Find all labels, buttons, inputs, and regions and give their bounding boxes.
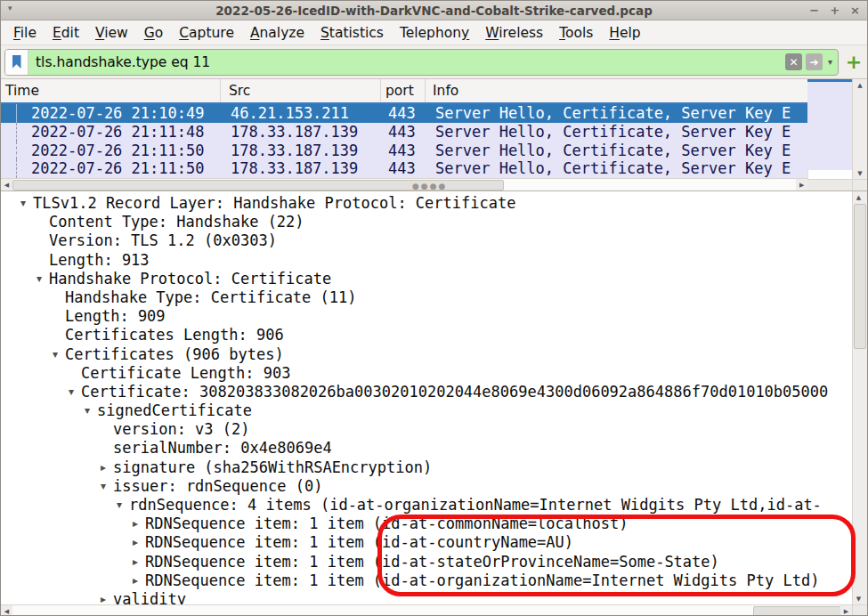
expander-icon[interactable]: ▸ (133, 515, 145, 533)
menu-item-capture[interactable]: Capture (172, 22, 241, 44)
column-header-port[interactable]: port (381, 79, 426, 102)
packet-port: 443 (381, 104, 426, 123)
scroll-up-icon[interactable]: ▲ (853, 191, 864, 203)
tree-line[interactable]: version: v3 (2) (1, 420, 852, 439)
filter-apply-button[interactable]: ➜ (806, 53, 823, 70)
tree-line[interactable]: serialNumber: 0x4e8069e4 (1, 439, 852, 458)
close-button[interactable]: × (850, 1, 860, 20)
menu-item-statistics[interactable]: Statistics (313, 22, 391, 44)
scroll-up-icon[interactable]: ▲ (853, 79, 867, 91)
tree-line[interactable]: Certificate Length: 903 (1, 364, 852, 383)
tree-line[interactable]: ▸ RDNSequence item: 1 item (id-at-common… (1, 515, 852, 533)
expander-icon[interactable] (101, 439, 113, 458)
vscroll-thumb[interactable] (854, 204, 866, 349)
expander-icon[interactable]: ▾ (20, 194, 33, 213)
tree-line[interactable]: ▸ RDNSequence item: 1 item (id-at-organi… (1, 571, 852, 590)
packet-list-hscrollbar[interactable]: ◀ ▶ ●●●● (1, 178, 807, 190)
expander-icon[interactable]: ▾ (101, 477, 113, 496)
menu-item-tools[interactable]: Tools (552, 22, 600, 44)
expander-icon[interactable]: ▾ (53, 345, 65, 364)
menu-item-edit[interactable]: Edit (45, 22, 86, 44)
expander-icon[interactable]: ▸ (133, 571, 145, 590)
tree-line[interactable]: ▸ RDNSequence item: 1 item (id-at-countr… (1, 533, 852, 552)
menu-item-analyze[interactable]: Analyze (243, 22, 312, 44)
tree-line[interactable]: ▾ Handshake Protocol: Certificate (1, 270, 852, 288)
minimap-packet-colors (807, 82, 852, 170)
expander-icon[interactable] (37, 231, 49, 250)
tree-line[interactable]: ▾ issuer: rdnSequence (0) (1, 477, 852, 496)
filter-clear-button[interactable]: ✕ (785, 53, 802, 70)
scroll-down-icon[interactable]: ▼ (853, 167, 867, 179)
tree-line[interactable]: ▾ Certificate: 308203833082026ba00302010… (1, 383, 852, 401)
expander-icon[interactable]: ▸ (101, 590, 113, 604)
tree-line[interactable]: ▾ TLSv1.2 Record Layer: Handshake Protoc… (1, 194, 852, 213)
column-header-time[interactable]: Time (1, 79, 221, 102)
menu-item-view[interactable]: View (88, 22, 135, 44)
filter-toolbar: ✕ ➜ ▾ + (1, 45, 867, 79)
packet-row[interactable]: 2022-07-26 21:11:50 178.33.187.139 443 S… (1, 142, 807, 160)
tree-line[interactable]: Length: 913 (1, 251, 852, 270)
column-header-src[interactable]: Src (221, 79, 381, 102)
expander-icon[interactable]: ▾ (69, 383, 81, 401)
column-header-info[interactable]: Info (426, 79, 807, 102)
scroll-down-icon[interactable]: ▼ (853, 593, 864, 604)
packet-info: Server Hello, Certificate, Server Key E (426, 104, 807, 123)
packet-list-vscrollbar[interactable]: ▲ ▼ (852, 79, 867, 190)
minimize-button[interactable]: − (809, 1, 819, 20)
expander-icon[interactable]: ▾ (117, 496, 129, 515)
tree-line[interactable]: ▾ signedCertificate (1, 401, 852, 420)
filter-bookmark-button[interactable] (5, 50, 28, 75)
packet-list-header: Time Src port Info (1, 79, 807, 104)
tree-line[interactable]: Length: 909 (1, 307, 852, 326)
menu-item-wireless[interactable]: Wireless (478, 22, 550, 44)
expander-icon[interactable] (69, 364, 81, 383)
expander-icon[interactable]: ▸ (133, 553, 145, 571)
packet-row[interactable]: 2022-07-26 21:11:48 178.33.187.139 443 S… (1, 123, 807, 142)
expander-icon[interactable]: ▾ (85, 401, 97, 420)
filter-add-button[interactable]: + (844, 53, 864, 72)
tree-line[interactable]: ▾ rdnSequence: 4 items (id-at-organizati… (1, 496, 852, 515)
tree-line[interactable]: ▸ signature (sha256WithRSAEncryption) (1, 458, 852, 477)
expander-icon[interactable] (37, 251, 49, 270)
maximize-button[interactable]: + (830, 1, 840, 20)
title-bar: ▾ 2022-05-26-IcedID-with-DarkVNC-and-Cob… (1, 1, 867, 20)
tree-line-text: RDNSequence item: 1 item (id-at-stateOrP… (145, 553, 719, 571)
expander-icon[interactable] (53, 307, 65, 326)
scroll-right-icon[interactable]: ▶ (840, 605, 852, 616)
expander-icon[interactable]: ▸ (101, 458, 113, 477)
detail-vscrollbar[interactable]: ▲ ▼ (852, 191, 867, 616)
menu-item-telephony[interactable]: Telephony (393, 22, 476, 44)
expander-icon[interactable]: ▸ (133, 533, 145, 552)
tree-line[interactable]: Handshake Type: Certificate (11) (1, 288, 852, 307)
tree-line[interactable]: Content Type: Handshake (22) (1, 213, 852, 231)
expander-icon[interactable]: ▾ (37, 270, 49, 288)
expander-icon[interactable] (53, 326, 65, 344)
filter-dropdown-button[interactable]: ▾ (828, 57, 832, 67)
hscroll-thumb[interactable] (753, 606, 842, 616)
expander-icon[interactable] (53, 288, 65, 307)
packet-time: 2022-07-26 21:11:50 (1, 159, 221, 178)
menu-item-help[interactable]: Help (602, 22, 647, 44)
window-menu-icon[interactable]: ▾ (8, 4, 12, 12)
tree-line[interactable]: Certificates Length: 906 (1, 326, 852, 344)
tree-line[interactable]: ▸ RDNSequence item: 1 item (id-at-stateO… (1, 553, 852, 571)
scroll-left-icon[interactable]: ◀ (1, 179, 12, 190)
tree-line-text: Content Type: Handshake (22) (49, 213, 304, 231)
expander-icon[interactable] (101, 420, 113, 439)
packet-time: 2022-07-26 21:10:49 (1, 104, 221, 123)
detail-hscrollbar[interactable]: ◀ ▶ (1, 604, 852, 616)
tree-line-text: serialNumber: 0x4e8069e4 (113, 439, 332, 458)
packet-row[interactable]: 2022-07-26 21:10:49 46.21.153.211 443 Se… (1, 104, 807, 123)
tree-line[interactable]: ▾ Certificates (906 bytes) (1, 345, 852, 364)
scroll-right-icon[interactable]: ▶ (796, 179, 807, 190)
intelligent-scrollbar-minimap[interactable] (807, 79, 852, 190)
expander-icon[interactable] (37, 213, 49, 231)
menu-item-file[interactable]: File (6, 22, 44, 44)
display-filter-input[interactable] (28, 50, 785, 75)
tree-line[interactable]: Version: TLS 1.2 (0x0303) (1, 231, 852, 250)
packet-row[interactable]: 2022-07-26 21:11:50 178.33.187.139 443 S… (1, 159, 807, 178)
menu-item-go[interactable]: Go (137, 22, 171, 44)
scroll-left-icon[interactable]: ◀ (1, 605, 12, 616)
pane-splitter-handle[interactable]: ●●●● (412, 182, 447, 190)
tree-line[interactable]: ▸ validity (1, 590, 852, 604)
